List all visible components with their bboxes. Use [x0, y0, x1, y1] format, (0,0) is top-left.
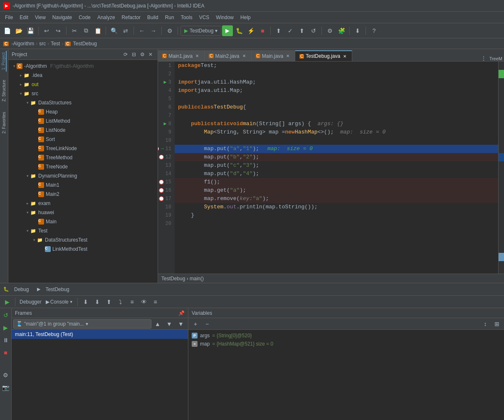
- menu-edit[interactable]: Edit: [16, 13, 32, 22]
- menu-tools[interactable]: Tools: [178, 13, 196, 22]
- vcs-push-btn[interactable]: ⬆: [296, 25, 307, 36]
- stop-btn[interactable]: ■: [257, 25, 268, 36]
- tree-item-listnode[interactable]: C ListNode: [8, 126, 158, 135]
- frames-toggle-btn[interactable]: ≡: [150, 296, 161, 307]
- tree-item-src[interactable]: ▾ 📁 src: [8, 89, 158, 98]
- tree-item-treenode[interactable]: C TreeNode: [8, 162, 158, 171]
- code-editor[interactable]: 1 2 ▶3 4 5 6 7 ▶8 9 10 ⬤ →1: [158, 62, 504, 274]
- build-btn[interactable]: ⚙: [164, 25, 175, 36]
- undo-btn[interactable]: ↩: [41, 25, 52, 36]
- side-tab-favorites[interactable]: 2: Favorites: [2, 110, 6, 135]
- tab-main1[interactable]: C Main1.java ✕: [158, 50, 205, 61]
- stop-debug-btn[interactable]: ■: [0, 347, 11, 358]
- copy-btn[interactable]: ⧉: [81, 25, 91, 36]
- run-to-cursor-btn[interactable]: ⤵: [115, 296, 126, 307]
- step-into-btn[interactable]: ⬇: [92, 296, 103, 307]
- terminal-btn[interactable]: ⬇: [352, 25, 363, 36]
- replace-btn[interactable]: ⇄: [120, 25, 131, 36]
- tree-item-sort[interactable]: C Sort: [8, 135, 158, 144]
- plugins-btn[interactable]: 🧩: [336, 25, 347, 36]
- menu-help[interactable]: Help: [237, 13, 254, 22]
- watch-btn[interactable]: 👁: [138, 296, 149, 307]
- menu-analyze[interactable]: Analyze: [94, 13, 119, 22]
- menu-code[interactable]: Code: [75, 13, 94, 22]
- tab-main-close[interactable]: ✕: [285, 53, 291, 59]
- copy-vars-btn[interactable]: ⊞: [492, 319, 502, 329]
- tree-item-main-huawei[interactable]: C Main: [8, 217, 158, 226]
- tree-item-heap[interactable]: C Heap: [8, 107, 158, 116]
- coverage-btn[interactable]: ⚡: [245, 25, 256, 36]
- var-map[interactable]: ≡ map = {HashMap@521} size = 0: [188, 340, 504, 348]
- resume-main-btn[interactable]: ▶: [0, 322, 11, 333]
- tab-main1-close[interactable]: ✕: [194, 53, 200, 59]
- tree-item-huawei[interactable]: ▾ 📁 huawei: [8, 208, 158, 217]
- redo-btn[interactable]: ↪: [53, 25, 64, 36]
- tree-item-out[interactable]: ▸ 📁 out: [8, 80, 158, 89]
- camera-btn[interactable]: 📷: [0, 382, 11, 393]
- new-file-btn[interactable]: 📄: [2, 25, 12, 36]
- menu-vcs[interactable]: VCS: [196, 13, 213, 22]
- menu-build[interactable]: Build: [144, 13, 162, 22]
- thread-dropdown[interactable]: 🧵 "main"@1 in group "main... ▾: [13, 319, 151, 329]
- add-watch-btn[interactable]: +: [190, 319, 201, 329]
- vcs-update-btn[interactable]: ⬆: [273, 25, 284, 36]
- tab-main2[interactable]: C Main2.java ✕: [205, 50, 251, 61]
- tree-item-dp[interactable]: ▾ 📁 DynamicPlanning: [8, 171, 158, 180]
- frame-up-btn[interactable]: ▲: [152, 319, 163, 329]
- tab-testdebug-close[interactable]: ✕: [342, 53, 348, 59]
- frame-down-btn[interactable]: ▼: [164, 319, 175, 329]
- settings-panel-btn[interactable]: ⚙: [138, 51, 146, 58]
- tree-item-root[interactable]: ▾ C -Algorithm F:\github\-Algorithm: [8, 62, 158, 71]
- code-content[interactable]: package Test; import java.util.HashMap; …: [175, 62, 498, 274]
- tab-main2-close[interactable]: ✕: [241, 53, 247, 59]
- tree-view-btn[interactable]: TreeM: [488, 56, 504, 61]
- console-tab[interactable]: ▶ Console ▼: [44, 299, 75, 305]
- frames-pin-btn[interactable]: 📌: [178, 310, 185, 316]
- menu-navigate[interactable]: Navigate: [49, 13, 75, 22]
- tree-item-ds[interactable]: ▾ 📁 DataStructures: [8, 98, 158, 107]
- open-btn[interactable]: 📂: [13, 25, 24, 36]
- paste-btn[interactable]: 📋: [92, 25, 103, 36]
- resume-btn[interactable]: ▶: [2, 296, 12, 307]
- breadcrumb-root[interactable]: C -Algorithm: [3, 41, 34, 47]
- menu-file[interactable]: File: [2, 13, 16, 22]
- tree-item-treemethod[interactable]: C TreeMethod: [8, 153, 158, 162]
- tree-item-idea[interactable]: ▸ 📁 .idea: [8, 71, 158, 80]
- tree-item-exam[interactable]: ▸ 📁 exam: [8, 199, 158, 208]
- tab-overflow-btn[interactable]: ⋮: [479, 55, 488, 61]
- run-button[interactable]: ▶: [222, 25, 233, 36]
- menu-window[interactable]: Window: [212, 13, 237, 22]
- debug-tab-testdebug[interactable]: TestDebug: [42, 285, 72, 294]
- pause-btn[interactable]: ⏸: [0, 335, 11, 346]
- debug-tab-debug[interactable]: Debug: [11, 285, 32, 294]
- tree-item-dst[interactable]: ▾ 📁 DataStructuresTest: [8, 235, 158, 245]
- settings-btn[interactable]: ⚙: [324, 25, 335, 36]
- tree-item-listmethod[interactable]: C ListMethod: [8, 116, 158, 126]
- breadcrumb-test[interactable]: Test: [51, 41, 60, 47]
- breadcrumb-src[interactable]: src: [39, 41, 46, 47]
- evaluate-btn[interactable]: ≡: [127, 296, 138, 307]
- remove-watch-btn[interactable]: −: [202, 319, 212, 329]
- step-over-btn[interactable]: ⬇: [80, 296, 91, 307]
- tree-item-test[interactable]: ▾ 📁 Test: [8, 226, 158, 235]
- run-config-dropdown[interactable]: ▶ TestDebug ▾: [180, 26, 221, 36]
- menu-refactor[interactable]: Refactor: [119, 13, 144, 22]
- tab-main[interactable]: C Main.java ✕: [252, 50, 296, 61]
- vcs-revert-btn[interactable]: ↺: [308, 25, 319, 36]
- var-args[interactable]: P args = {String[0]@520}: [188, 331, 504, 340]
- tree-item-treelinknode[interactable]: C TreeLinkNode: [8, 144, 158, 153]
- vcs-commit-btn[interactable]: ✓: [285, 25, 296, 36]
- collapse-btn[interactable]: ⊟: [130, 51, 138, 58]
- menu-run[interactable]: Run: [162, 13, 178, 22]
- tree-item-main2[interactable]: C Main2: [8, 190, 158, 199]
- breadcrumb-file[interactable]: C TestDebug: [65, 41, 97, 47]
- tab-testdebug[interactable]: C TestDebug.java ✕: [295, 50, 352, 61]
- debug-btn[interactable]: 🐛: [234, 25, 245, 36]
- frame-item-main[interactable]: main:11, TestDebug (Test): [12, 330, 188, 339]
- forward-btn[interactable]: →: [148, 25, 159, 36]
- panel-close-btn[interactable]: ✕: [147, 51, 154, 58]
- cut-btn[interactable]: ✂: [69, 25, 80, 36]
- tree-item-main1[interactable]: C Main1: [8, 180, 158, 190]
- back-btn[interactable]: ←: [136, 25, 147, 36]
- sync-btn[interactable]: ⟳: [122, 51, 129, 58]
